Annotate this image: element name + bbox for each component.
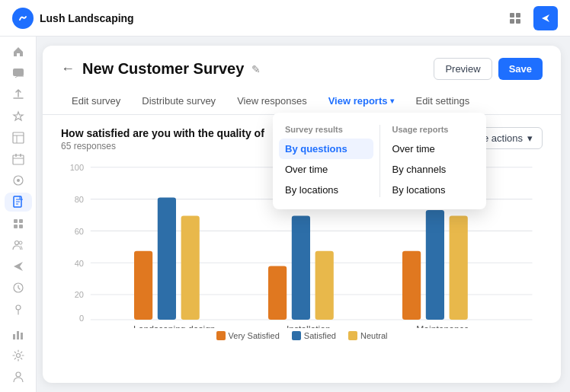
legend-satisfied: Satisfied: [292, 331, 336, 340]
svg-point-30: [16, 353, 20, 357]
preview-button[interactable]: Preview: [434, 58, 492, 80]
tab-view-responses[interactable]: View responses: [226, 89, 318, 114]
svg-rect-48: [268, 266, 287, 320]
svg-point-14: [17, 179, 20, 182]
question-text: How satisfied are you with the quality o…: [61, 127, 264, 139]
svg-rect-45: [158, 197, 176, 320]
logo-icon: [12, 8, 34, 29]
svg-rect-5: [13, 69, 24, 76]
legend-neutral: Neutral: [348, 331, 387, 340]
dropdown-item-over-time-right[interactable]: Over time: [386, 139, 481, 159]
sidebar-item-chat[interactable]: [5, 64, 32, 82]
tab-distribute-survey[interactable]: Distribute survey: [131, 89, 226, 114]
legend-very-satisfied: Very Satisfied: [216, 331, 280, 340]
sidebar-item-document[interactable]: [5, 193, 32, 211]
sidebar-item-upload[interactable]: [5, 85, 32, 104]
svg-rect-1: [510, 13, 514, 18]
grid-button[interactable]: [503, 6, 527, 30]
sidebar-item-pin[interactable]: [5, 300, 32, 318]
sidebar-item-settings[interactable]: [5, 346, 32, 365]
svg-rect-2: [516, 13, 520, 18]
page-title-row: ← New Customer Survey ✎ Preview Save: [61, 58, 543, 80]
app-shell: Lush Landscaping: [0, 0, 570, 392]
tab-nav: Edit survey Distribute survey View respo…: [61, 89, 543, 114]
svg-rect-20: [19, 219, 23, 223]
svg-rect-3: [510, 19, 514, 24]
dropdown-item-by-locations-left[interactable]: By locations: [279, 180, 373, 200]
header-actions: Preview Save: [434, 58, 543, 80]
svg-text:0: 0: [79, 314, 84, 323]
dropdown-item-by-locations-right[interactable]: By locations: [386, 180, 481, 200]
svg-rect-50: [315, 251, 334, 320]
usage-reports-header: Usage reports: [386, 122, 481, 139]
svg-point-23: [14, 241, 18, 244]
page-header: ← New Customer Survey ✎ Preview Save Edi…: [43, 46, 561, 115]
sidebar-item-send[interactable]: [5, 257, 32, 276]
page-title: New Customer Survey: [82, 60, 244, 78]
navigate-button[interactable]: [533, 6, 558, 30]
svg-text:Maintenance: Maintenance: [416, 324, 469, 329]
chart-legend: Very Satisfied Satisfied Neutral: [61, 331, 543, 340]
sidebar-item-star[interactable]: [5, 107, 32, 126]
question-info: How satisfied are you with the quality o…: [61, 127, 264, 151]
chevron-down-icon: ▾: [390, 97, 394, 105]
tab-edit-survey[interactable]: Edit survey: [61, 89, 131, 114]
dropdown-menu: Survey results By questions Over time By…: [273, 113, 486, 209]
dropdown-columns: Survey results By questions Over time By…: [273, 122, 486, 200]
svg-text:40: 40: [75, 259, 84, 268]
svg-rect-27: [13, 334, 15, 339]
nav-logo: Lush Landscaping: [12, 8, 503, 29]
svg-text:Landscaping design: Landscaping design: [133, 324, 216, 329]
svg-rect-6: [13, 132, 24, 143]
survey-results-header: Survey results: [279, 122, 373, 139]
nav-icons: [503, 6, 558, 30]
svg-rect-21: [14, 225, 18, 228]
sidebar-item-layers[interactable]: [5, 215, 32, 233]
legend-swatch-satisfied: [292, 331, 301, 340]
dropdown-item-by-questions[interactable]: By questions: [279, 139, 373, 159]
svg-rect-19: [14, 219, 18, 223]
tab-view-reports[interactable]: View reports ▾: [318, 89, 405, 114]
svg-rect-29: [21, 333, 23, 339]
dropdown-item-by-channels[interactable]: By channels: [386, 159, 481, 180]
sidebar-item-calendar[interactable]: [5, 150, 32, 168]
main-layout: ← New Customer Survey ✎ Preview Save Edi…: [0, 37, 570, 392]
svg-point-24: [19, 241, 22, 244]
sidebar-item-clock[interactable]: [5, 279, 32, 297]
page-title-left: ← New Customer Survey ✎: [61, 60, 261, 78]
svg-rect-4: [516, 19, 520, 24]
sidebar-item-people[interactable]: [5, 236, 32, 254]
edit-icon[interactable]: ✎: [251, 63, 261, 75]
sidebar-item-barchart[interactable]: [5, 324, 32, 343]
dropdown-col-left: Survey results By questions Over time By…: [273, 122, 379, 200]
sidebar-item-user[interactable]: [5, 368, 32, 386]
svg-rect-28: [17, 331, 19, 339]
response-count: 65 responses: [61, 141, 264, 151]
legend-swatch-very-satisfied: [216, 331, 226, 340]
svg-point-26: [16, 305, 21, 310]
svg-text:100: 100: [70, 163, 84, 172]
chevron-down-icon: ▾: [527, 132, 533, 144]
sidebar-item-analytics[interactable]: [5, 171, 32, 190]
save-button[interactable]: Save: [498, 58, 543, 80]
sidebar-item-table[interactable]: [5, 129, 32, 147]
tab-edit-settings[interactable]: Edit settings: [405, 89, 480, 114]
legend-swatch-neutral: [348, 331, 357, 340]
svg-rect-9: [13, 155, 24, 164]
content-area: ← New Customer Survey ✎ Preview Save Edi…: [43, 46, 561, 383]
svg-rect-22: [19, 225, 23, 228]
svg-rect-46: [181, 216, 200, 320]
svg-rect-52: [402, 251, 421, 320]
svg-text:20: 20: [75, 290, 84, 299]
svg-rect-49: [292, 216, 310, 320]
svg-text:60: 60: [75, 227, 84, 236]
back-button[interactable]: ←: [61, 61, 75, 77]
dropdown-item-over-time-left[interactable]: Over time: [279, 159, 373, 180]
svg-point-31: [16, 372, 21, 377]
dropdown-col-right: Usage reports Over time By channels By l…: [380, 122, 487, 200]
sidebar-item-home[interactable]: [5, 43, 32, 61]
app-name: Lush Landscaping: [40, 12, 134, 24]
svg-text:80: 80: [75, 195, 84, 204]
svg-rect-44: [134, 251, 152, 320]
sidebar: [0, 37, 37, 392]
